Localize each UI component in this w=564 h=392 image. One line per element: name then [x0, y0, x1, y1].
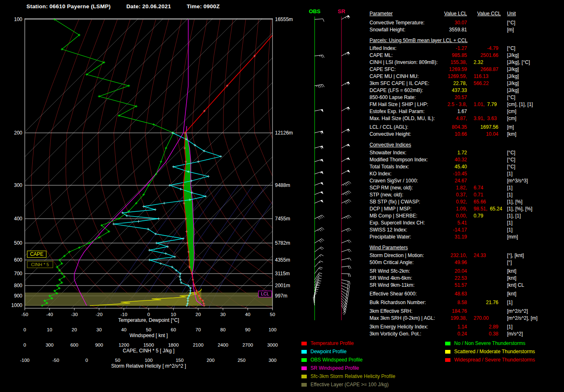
- legend-swatch: [301, 342, 307, 345]
- param-value-part: 270.00: [474, 315, 489, 321]
- srh-axis-tick: 250: [237, 358, 245, 363]
- windspeed-axis-tick: 30: [97, 327, 102, 332]
- param-label: SWISS 12 Index:: [370, 227, 407, 233]
- param-value-lcl: -1.27: [419, 45, 467, 51]
- param-label: MB Comp | SHERBE:: [370, 213, 417, 219]
- param-label: Exp. Supercell Index CH:: [370, 220, 425, 226]
- dry-adiabat-line: [223, 19, 367, 308]
- param-value-lcl: 1.67: [419, 109, 467, 114]
- isotherm-line: [0, 19, 138, 308]
- param-row: DCAPE (LFS = 602mB):437.33[J/kg]: [370, 87, 564, 94]
- obs-windspeed-profile-marker: [135, 105, 137, 108]
- pressure-label: 900: [14, 293, 22, 299]
- param-value-lcl: 45.40: [419, 164, 467, 170]
- dry-adiabat-line: [208, 19, 367, 308]
- param-unit: [1]: [507, 324, 512, 330]
- param-row: FM Hail Size | SHIP | LHP:2.5 - 3.8,1.01…: [370, 102, 564, 109]
- pressure-label: 200: [14, 130, 22, 136]
- param-unit: [m^3/s^3]: [507, 178, 528, 184]
- sr-wind-barb: [341, 240, 351, 243]
- legend-item: Scattered / Moderate Thunderstorms: [445, 347, 535, 356]
- param-value-ccl: 6.74: [471, 185, 503, 191]
- param-value-part: 2.89: [489, 324, 498, 330]
- param-label: Estofex Exp. Hail Param:: [370, 109, 424, 114]
- param-value-lcl: 1.09,: [419, 206, 467, 212]
- dewpoint-profile-marker: [207, 175, 210, 177]
- isotherm-line: [146, 19, 367, 308]
- param-row: Convective Temperature:30.07[°C]: [370, 20, 564, 27]
- param-row: CAPE SFC:1269.592668.87[J/kg]: [370, 66, 564, 73]
- param-value-part: 7.79: [487, 102, 497, 107]
- obs-wind-barb: [315, 255, 323, 260]
- sr-wind-barb: [341, 296, 347, 305]
- param-value-lcl: 22.53: [419, 275, 467, 281]
- param-value-ccl: -4.79: [471, 45, 501, 51]
- param-value-part: 0.71: [474, 192, 483, 198]
- param-value-ccl: 2501.66: [471, 52, 501, 58]
- temperature-axis-tick: -50: [21, 312, 28, 317]
- dry-adiabat-line: [268, 19, 367, 308]
- dewpoint-profile-marker: [180, 281, 182, 284]
- legend-swatch: [301, 358, 307, 362]
- pressure-label: 800: [14, 283, 22, 288]
- param-value-lcl: 1.72: [419, 150, 467, 156]
- altitude-label: 997m: [275, 293, 287, 299]
- param-unit: [°C]: [507, 20, 515, 26]
- param-label: Convective Height:: [370, 131, 411, 137]
- sr-wind-barb: [341, 82, 349, 86]
- param-label: STP (new, old):: [370, 192, 403, 198]
- param-row: SWISS 12 Index:-14.17[1]: [370, 227, 564, 234]
- temperature-axis-tick: 40: [245, 312, 251, 317]
- param-label: SR Wind Sfc-2km:: [370, 268, 410, 274]
- date-title: Date: 20.06.2021: [126, 3, 171, 9]
- temperature-axis-tick: 50: [270, 312, 275, 317]
- param-value-lcl: 2.5 - 3.8,: [419, 102, 467, 107]
- param-value-lcl: 22.78,: [419, 80, 467, 86]
- param-value-part: 98.51,: [474, 206, 487, 212]
- param-value-lcl: 20.57: [419, 94, 467, 100]
- section-title: Wind Parameters: [370, 245, 564, 252]
- windspeed-axis-tick: 70: [196, 327, 201, 332]
- param-unit: [J/kg]: [507, 73, 519, 79]
- obs-windspeed-profile-marker: [118, 114, 120, 117]
- param-unit: [knt]: [507, 268, 517, 274]
- param-unit: [1], [1]: [507, 213, 521, 219]
- srh-axis-tick: 100: [145, 358, 152, 363]
- param-value-part: 116.13: [474, 73, 488, 79]
- dewpoint-profile-marker: [142, 205, 145, 208]
- cape-axis-tick: 600: [70, 342, 78, 347]
- param-row: SB STP (fix) | CWASP:0.92,65.66[1], [%]: [370, 199, 564, 206]
- dewpoint-profile-marker: [163, 202, 166, 204]
- srh-axis-tick: 50: [115, 358, 121, 363]
- param-unit: [knt]: [507, 291, 517, 297]
- param-value-part: 1.01,: [474, 102, 485, 107]
- param-unit: [°], [knt]: [507, 253, 524, 258]
- param-value-lcl: 24.67: [419, 178, 467, 184]
- param-value-part: -4.79: [487, 45, 498, 51]
- param-unit: [J/kg]: [507, 66, 519, 72]
- param-unit: [m]: [507, 124, 514, 130]
- param-value-lcl: 0.00,: [419, 213, 467, 219]
- sr-wind-barb: [341, 280, 350, 285]
- isotherm-line: [71, 19, 361, 308]
- dewpoint-profile-marker: [155, 242, 158, 244]
- param-value-lcl: 3559.81: [419, 27, 467, 33]
- param-value-lcl: 0.24: [419, 331, 467, 337]
- dewpoint-profile-marker: [178, 276, 181, 278]
- cape-axis-tick: 0: [24, 342, 26, 347]
- param-unit: [1]: [507, 171, 512, 177]
- temperature-axis-tick: -40: [46, 312, 53, 317]
- param-value-ccl: 116.13: [471, 73, 503, 79]
- lcl-label-label: LCL: [261, 291, 269, 296]
- srh-axis-tick: 150: [175, 358, 183, 363]
- dry-adiabat-line: [192, 19, 348, 308]
- param-row: SR Wind Sfc-2km:20.04[knt]: [370, 268, 564, 275]
- param-unit: [°C]: [507, 150, 515, 156]
- section-title: Parcels: Using 50mB mean layer LCL + CCL: [370, 38, 564, 45]
- legend-item: No / Non Severe Thunderstorms: [445, 339, 535, 347]
- param-value-lcl: 48.63: [419, 291, 467, 297]
- obs-wind-barb: [315, 239, 324, 243]
- param-label: Showalter Index:: [370, 150, 406, 156]
- sr-wind-barb: [341, 170, 349, 174]
- mixing-ratio-line: [105, 185, 193, 308]
